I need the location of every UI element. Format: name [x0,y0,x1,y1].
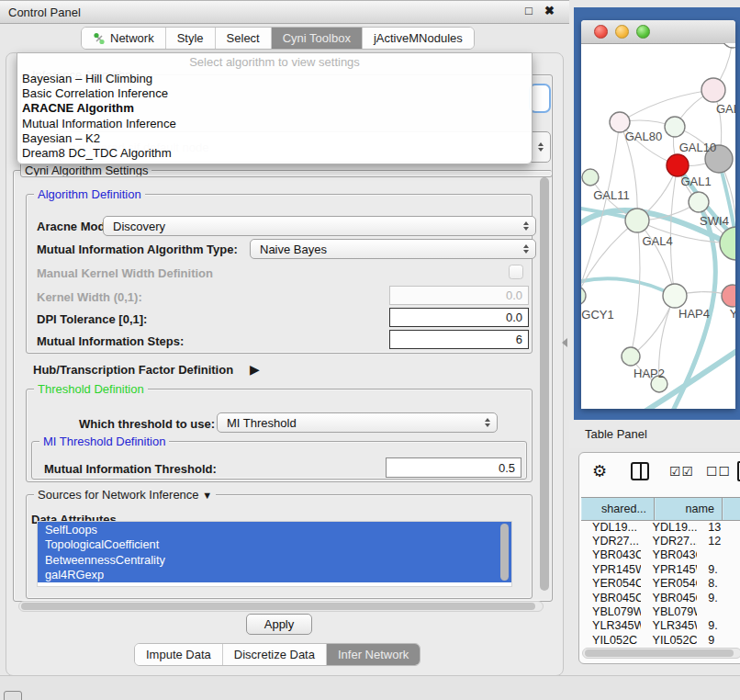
which-threshold-label: Which threshold to use: [79,417,215,431]
mi-steps-value: 6 [516,333,522,346]
network-view-window: GALGAL80GAL10GAL1GAL11SWI4GAL4HAP4YGCY1H… [581,20,735,409]
column-header-name[interactable]: name [655,498,723,520]
algorithm-definition-title: Algorithm Definition [34,187,145,201]
settings-horizontal-scrollbar[interactable] [18,601,544,612]
table-panel-window: ⚙ ☑☑ ☐☐ shared...nameA YDL19...YDL19...1… [578,452,740,664]
table-row[interactable]: YIL052CYIL052C9 [581,633,740,647]
network-canvas[interactable]: GALGAL80GAL10GAL1GAL11SWI4GAL4HAP4YGCY1H… [581,43,735,409]
tab-discretize-data[interactable]: Discretize Data [223,644,327,665]
network-node[interactable] [722,285,735,307]
status-bar [0,675,740,700]
dropdown-item-bayesian-k2[interactable]: Bayesian – K2 [17,130,532,145]
table-row[interactable]: YLR345WYLR345W9. [581,619,740,633]
network-node[interactable] [581,287,586,305]
table-cell: 9 [697,634,740,647]
settings-vertical-scrollbar[interactable] [540,177,549,591]
tab-infer-network[interactable]: Infer Network [327,644,420,665]
tab-label: Impute Data [146,648,211,661]
kernel-width-label: Kernel Width (0,1): [37,290,142,304]
close-icon[interactable]: ✖ [544,4,555,17]
table-cell: 9. [697,619,740,632]
network-node-label: GAL4 [642,234,672,248]
chevron-right-icon[interactable]: ▶ [250,362,260,377]
column-header-shared[interactable]: shared... [581,498,655,520]
tab-label: Discretize Data [234,648,315,661]
which-threshold-value: MI Threshold [227,416,297,430]
attribute-item-betweennesscentrality[interactable]: BetweennessCentrality [38,552,511,568]
dpi-tolerance-label: DPI Tolerance [0,1]: [37,312,147,326]
network-edge[interactable] [670,165,678,296]
network-node[interactable] [622,347,640,366]
dropdown-item-mutual-information-inference[interactable]: Mutual Information Inference [17,116,532,130]
network-edge[interactable] [620,90,713,122]
network-edge-highlighted[interactable] [581,278,674,296]
mi-threshold-label: Mutual Information Threshold: [44,462,217,476]
table-cell: YDL19... [581,521,641,534]
manual-kernel-checkbox[interactable] [509,265,523,279]
table-row[interactable]: YER054CYER054C8. [581,577,740,591]
mi-algorithm-type-label: Mutual Information Algorithm Type: [37,243,238,256]
gear-icon[interactable]: ⚙ [592,461,607,481]
minimize-button[interactable] [615,25,629,39]
which-threshold-combobox[interactable]: MI Threshold [217,412,498,433]
corner-mini-button[interactable] [4,691,22,700]
select-all-checkboxes-icon[interactable]: ☑☑ [669,464,694,479]
tab-select[interactable]: Select [216,28,272,49]
dropdown-item-dream8-dc-tdc-algorithm[interactable]: Dream8 DC_TDC Algorithm [17,145,532,160]
attribute-item-gal4rgexp[interactable]: gal4RGexp [38,568,511,583]
network-node[interactable] [665,117,685,137]
dropdown-item-basic-correlation-inference[interactable]: Basic Correlation Inference [17,85,532,100]
network-node[interactable] [667,154,689,176]
mi-algorithm-type-combobox[interactable]: Naive Bayes [250,239,536,259]
attribute-item-topologicalcoefficient[interactable]: TopologicalCoefficient [38,537,511,553]
kernel-width-field[interactable]: 0.0 [389,286,529,305]
tab-style[interactable]: Style [166,28,216,49]
network-node-label: GAL [716,102,735,116]
apply-button[interactable]: Apply [246,614,312,635]
aracne-mode-value: Discovery [113,220,165,233]
network-node[interactable] [720,227,735,260]
tab-impute-data[interactable]: Impute Data [135,644,223,665]
settings-horizontal-scrollbar-thumb[interactable] [21,603,535,610]
dropdown-item-bayesian-hill-climbing[interactable]: Bayesian – Hill Climbing [17,71,532,85]
network-node[interactable] [582,169,599,186]
triangle-down-icon[interactable]: ▼ [202,490,212,501]
aracne-mode-combobox[interactable]: Discovery [103,216,536,236]
table-horizontal-scrollbar[interactable] [582,648,740,659]
table-cell: 9. [697,563,740,576]
network-node[interactable] [663,284,687,308]
table-row[interactable]: YDL19...YDL19...13 [581,520,740,534]
mi-steps-field[interactable]: 6 [389,330,529,349]
mi-threshold-field[interactable]: 0.5 [386,457,521,478]
close-button[interactable] [594,25,608,39]
hub-definition-label[interactable]: Hub/Transcription Factor Definition [33,363,233,377]
table-cell: YBR043C [581,548,641,561]
dropdown-item-aracne-algorithm[interactable]: ARACNE Algorithm [17,101,532,116]
network-node[interactable] [689,192,709,212]
dpi-tolerance-field[interactable]: 0.0 [389,308,529,327]
column-header-a[interactable]: A [723,498,740,520]
tab-network[interactable]: Network [82,28,166,49]
float-icon[interactable]: □ [525,4,533,17]
network-node[interactable] [723,43,735,48]
split-columns-icon[interactable] [631,462,649,480]
network-node[interactable] [625,209,649,232]
table-horizontal-scrollbar-thumb[interactable] [585,649,734,657]
table-row[interactable]: YBL079WYBL079W [581,604,740,618]
panel-splitter-handle[interactable] [562,338,567,347]
tab-cyni-toolbox[interactable]: Cyni Toolbox [272,28,363,49]
attributes-vertical-scrollbar[interactable] [500,524,509,581]
network-node[interactable] [701,78,725,102]
table-row[interactable]: YDR27...YDR27...12 [581,534,740,548]
table-row[interactable]: YBR045CYBR045C9. [581,591,740,604]
attribute-item-selfloops[interactable]: SelfLoops [38,522,511,537]
table-row[interactable]: YBR043CYBR043C [581,548,740,562]
deselect-checkboxes-icon[interactable]: ☐☐ [706,464,731,479]
screenshot-root: { "icons": {"float": "□", "close": "✖", … [0,0,740,700]
network-edge[interactable] [631,220,640,356]
zoom-button[interactable] [636,25,650,39]
tab-label: Cyni Toolbox [283,31,351,45]
table-row[interactable]: YPR145WYPR145W9. [581,562,740,576]
tab-jactivemnodules[interactable]: jActiveMNodules [363,28,474,49]
threshold-definition-title: Threshold Definition [34,382,148,396]
